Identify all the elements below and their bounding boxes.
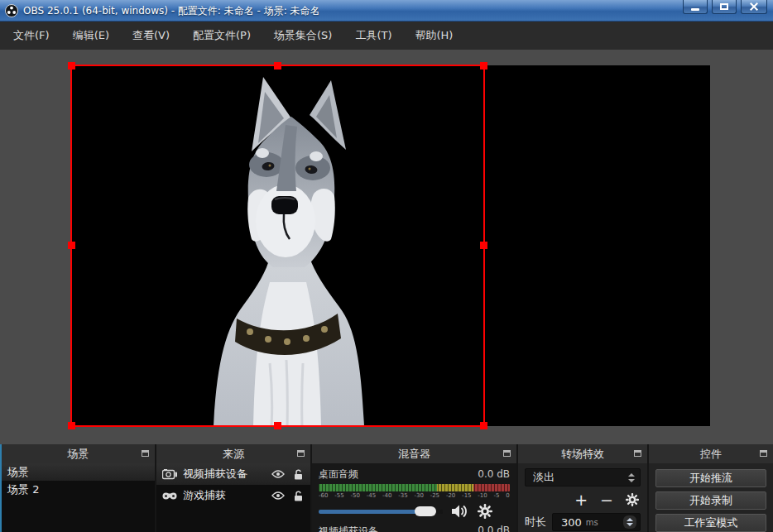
minimize-button[interactable] <box>683 0 708 14</box>
preview-area[interactable] <box>0 50 773 444</box>
scale-tick: -60 <box>319 492 328 499</box>
start-recording-button[interactable]: 开始录制 <box>655 491 766 510</box>
transition-select[interactable]: 淡出 <box>525 468 641 486</box>
source-item[interactable]: 视频捕获设备 <box>156 463 310 485</box>
resize-handle-top-left[interactable] <box>68 62 75 69</box>
mixer-dock-header[interactable]: 混音器 <box>312 444 516 463</box>
game-capture-icon <box>161 491 178 501</box>
scale-tick: -40 <box>382 492 391 499</box>
duration-label: 时长 <box>525 515 546 530</box>
window-controls <box>683 0 767 14</box>
sources-dock-header[interactable]: 来源 <box>156 444 310 463</box>
controls-body: 开始推流 开始录制 工作室模式 <box>649 463 773 532</box>
mixer-gear-icon[interactable] <box>478 504 492 519</box>
menu-view[interactable]: 查看(V) <box>121 22 181 50</box>
menu-help[interactable]: 帮助(H) <box>404 22 465 50</box>
resize-handle-middle-left[interactable] <box>68 242 75 249</box>
scenes-dock-header[interactable]: 场景 <box>2 444 155 463</box>
speaker-icon[interactable] <box>451 504 469 519</box>
maximize-button[interactable] <box>712 0 737 14</box>
transitions-dock: 转场特效 淡出 + − <box>518 444 647 532</box>
program-canvas[interactable] <box>70 65 710 426</box>
scale-tick: -55 <box>334 492 343 499</box>
menu-profile[interactable]: 配置文件(P) <box>181 22 262 50</box>
scale-tick: -10 <box>478 492 487 499</box>
mixer-dock: 混音器 桌面音频 0.0 dB -60 -55 -50 -45 -40 -35 … <box>312 444 516 532</box>
spin-up-icon[interactable] <box>627 518 633 521</box>
source-label: 游戏捕获 <box>183 488 266 503</box>
mixer-channel-name: 视频捕获设备 <box>319 525 378 532</box>
menu-edit[interactable]: 编辑(E) <box>61 22 121 50</box>
video-capture-source-image <box>190 65 372 426</box>
maximize-icon <box>720 3 728 10</box>
duration-spin-buttons[interactable] <box>623 515 636 529</box>
scale-tick: -20 <box>446 492 455 499</box>
audio-level-meter <box>319 484 510 491</box>
close-button[interactable] <box>741 0 767 14</box>
scale-tick: -30 <box>414 492 423 499</box>
scale-tick: -35 <box>398 492 407 499</box>
scale-tick: -15 <box>462 492 471 499</box>
transition-selected-value: 淡出 <box>533 470 628 485</box>
lock-open-icon[interactable] <box>290 469 305 480</box>
menu-scene-collection[interactable]: 场景集合(S) <box>262 22 343 50</box>
dock-float-icon[interactable] <box>297 450 305 457</box>
scene-item[interactable]: 场景 <box>2 463 155 481</box>
transitions-dock-header[interactable]: 转场特效 <box>518 444 647 463</box>
volume-slider-handle[interactable] <box>415 506 436 516</box>
title-bar: OBS 25.0.1 (64-bit, windows) - 配置文件: 未命名… <box>0 0 773 22</box>
scenes-list: 场景 场景 2 <box>2 463 155 532</box>
scale-tick: -25 <box>430 492 439 499</box>
dock-float-icon[interactable] <box>634 450 641 457</box>
scenes-dock-title: 场景 <box>68 447 89 462</box>
scene-item[interactable]: 场景 2 <box>2 481 155 498</box>
sources-dock: 来源 视频捕获设备 <box>156 444 310 532</box>
transitions-dock-title: 转场特效 <box>561 447 604 462</box>
resize-handle-bottom-center[interactable] <box>274 422 281 429</box>
studio-mode-button[interactable]: 工作室模式 <box>655 514 766 532</box>
duration-spinbox[interactable]: 300 ms <box>552 513 641 531</box>
transition-gear-icon[interactable] <box>626 493 639 506</box>
resize-handle-bottom-right[interactable] <box>480 422 487 429</box>
start-streaming-button[interactable]: 开始推流 <box>655 469 766 487</box>
resize-handle-bottom-left[interactable] <box>68 422 75 429</box>
controls-dock-title: 控件 <box>700 447 722 462</box>
meter-scale: -60 -55 -50 -45 -40 -35 -30 -25 -20 -15 … <box>319 492 510 499</box>
resize-handle-top-center[interactable] <box>274 62 281 69</box>
spin-down-icon[interactable] <box>627 523 633 526</box>
dock-float-icon[interactable] <box>142 450 149 457</box>
obs-logo-icon <box>5 4 18 17</box>
controls-dock-header[interactable]: 控件 <box>649 444 773 463</box>
resize-handle-top-right[interactable] <box>480 62 487 69</box>
mixer-dock-title: 混音器 <box>398 447 430 462</box>
scale-tick: -50 <box>350 492 359 499</box>
duration-unit: ms <box>586 518 623 527</box>
remove-transition-button[interactable]: − <box>600 493 613 506</box>
window-title: OBS 25.0.1 (64-bit, windows) - 配置文件: 未命名… <box>23 0 320 22</box>
visibility-eye-icon[interactable] <box>271 470 286 478</box>
lock-open-icon[interactable] <box>290 491 305 501</box>
docks-bar: 场景 场景 场景 2 来源 视频捕获设备 <box>0 444 773 532</box>
volume-slider-fill <box>319 510 428 514</box>
sources-dock-title: 来源 <box>223 447 244 462</box>
menu-tools[interactable]: 工具(T) <box>343 22 403 50</box>
menu-bar: 文件(F) 编辑(E) 查看(V) 配置文件(P) 场景集合(S) 工具(T) … <box>0 22 773 50</box>
resize-handle-middle-right[interactable] <box>480 242 487 249</box>
dock-float-icon[interactable] <box>503 450 511 457</box>
add-transition-button[interactable]: + <box>574 493 588 506</box>
dock-float-icon[interactable] <box>760 450 767 457</box>
controls-dock: 控件 开始推流 开始录制 工作室模式 <box>649 444 773 532</box>
source-item[interactable]: 游戏捕获 <box>156 485 310 506</box>
mixer-channel-level: 0.0 dB <box>478 525 510 532</box>
visibility-eye-icon[interactable] <box>271 491 286 500</box>
menu-file[interactable]: 文件(F) <box>2 22 61 50</box>
mixer-body: 桌面音频 0.0 dB -60 -55 -50 -45 -40 -35 -30 … <box>312 463 516 532</box>
combo-arrows-icon <box>628 473 635 482</box>
scale-tick: 0 <box>506 492 509 499</box>
mixer-channel-name: 桌面音频 <box>319 467 358 482</box>
transitions-body: 淡出 + − <box>518 463 647 532</box>
volume-slider[interactable] <box>319 510 443 514</box>
scale-tick: -5 <box>494 492 500 499</box>
scale-tick: -45 <box>367 492 376 499</box>
sources-list: 视频捕获设备 <box>156 463 310 532</box>
